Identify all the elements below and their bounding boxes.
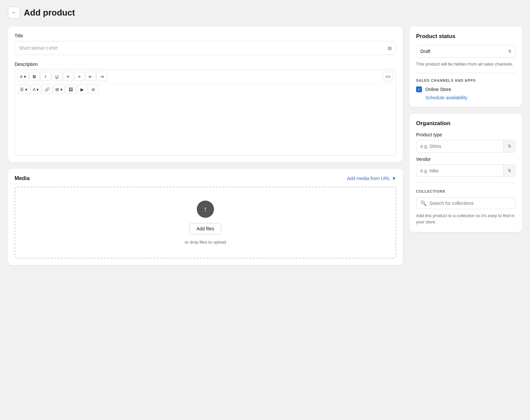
content-layout: Title Short sleeve t-shirt ▦ Description…	[8, 26, 522, 265]
editor-body[interactable]	[15, 96, 396, 156]
bold-button[interactable]: B	[29, 72, 40, 81]
page-header: ← Add product	[8, 7, 522, 19]
toolbar-row-1: A ▾ B I U ≡ ≡ ⇤ ⇥ <>	[18, 72, 393, 81]
indent-out-button[interactable]: ⇤	[85, 72, 96, 81]
title-label: Title	[15, 33, 396, 38]
media-title: Media	[15, 175, 29, 181]
search-icon: 🔍	[420, 200, 427, 206]
italic-button[interactable]: I	[40, 72, 51, 81]
clear-button[interactable]: ⊘	[88, 85, 99, 94]
link-button[interactable]: 🔗	[42, 85, 52, 94]
video-button[interactable]: ▶	[77, 85, 87, 94]
online-store-row: ✓ Online Store	[416, 86, 515, 92]
schedule-availability-link[interactable]: Schedule availability	[425, 95, 515, 100]
ordered-list-button[interactable]: ≡	[74, 72, 85, 81]
code-button[interactable]: <>	[383, 72, 393, 81]
upload-icon: ↑	[197, 201, 214, 218]
upload-zone[interactable]: ↑ Add files or drop files to upload	[15, 187, 396, 258]
media-card: Media Add media from URL ▼ ↑ Add files o…	[8, 169, 403, 265]
status-select-wrapper: Draft Active	[416, 45, 515, 58]
product-type-stepper[interactable]: ⇅	[503, 140, 515, 152]
vendor-label: Vendor	[416, 157, 515, 162]
add-media-url-label: Add media from URL	[347, 176, 390, 181]
page-title: Add product	[24, 8, 75, 18]
product-status-title: Product status	[416, 33, 515, 40]
status-description: This product will be hidden from all sal…	[416, 61, 515, 68]
product-type-input-wrapper: ⇅	[416, 140, 515, 153]
add-files-button[interactable]: Add files	[189, 223, 221, 234]
text-color-button[interactable]: A ▾	[30, 85, 41, 94]
editor-toolbar: A ▾ B I U ≡ ≡ ⇤ ⇥ <> ☰ ▾	[15, 70, 396, 96]
collections-hint: Add this product to a collection so it's…	[416, 212, 515, 225]
underline-button[interactable]: U	[52, 72, 62, 81]
product-type-label: Product type	[416, 132, 515, 137]
table-button[interactable]: ⊞ ▾	[53, 85, 65, 94]
organization-card: Organization Product type ⇅ Vendor ⇅ COL…	[409, 114, 522, 232]
back-button[interactable]: ←	[8, 7, 20, 19]
product-status-card: Product status Draft Active This product…	[409, 26, 522, 107]
collections-search-box[interactable]: 🔍	[416, 197, 515, 209]
media-header: Media Add media from URL ▼	[15, 175, 396, 181]
collections-search-input[interactable]	[429, 201, 511, 206]
right-column: Product status Draft Active This product…	[409, 26, 522, 232]
upload-hint: or drop files to upload	[185, 240, 226, 245]
description-section: Description A ▾ B I U ≡ ≡ ⇤ ⇥ <>	[15, 62, 396, 156]
divider-2	[416, 182, 515, 183]
description-label: Description	[15, 62, 396, 67]
collections-subtitle: COLLECTIONS	[416, 189, 515, 193]
collections-section: COLLECTIONS 🔍 Add this product to a coll…	[416, 189, 515, 225]
divider-1	[416, 73, 515, 73]
image-button[interactable]: 🖼	[66, 85, 76, 94]
title-input-wrapper[interactable]: Short sleeve t-shirt ▦	[15, 41, 396, 55]
title-icon: ▦	[388, 45, 392, 51]
vendor-input-wrapper: ⇅	[416, 164, 515, 177]
toolbar-row-2: ☰ ▾ A ▾ 🔗 ⊞ ▾ 🖼 ▶ ⊘	[18, 83, 393, 94]
sales-channels-subtitle: SALES CHANNELS AND APPS	[416, 78, 515, 82]
online-store-label: Online Store	[425, 87, 451, 92]
product-type-input[interactable]	[416, 140, 503, 152]
title-description-card: Title Short sleeve t-shirt ▦ Description…	[8, 26, 403, 162]
add-media-url-button[interactable]: Add media from URL ▼	[347, 176, 396, 181]
vendor-input[interactable]	[416, 165, 503, 177]
status-select[interactable]: Draft Active	[416, 45, 515, 58]
left-column: Title Short sleeve t-shirt ▦ Description…	[8, 26, 403, 265]
align-button[interactable]: ☰ ▾	[18, 85, 30, 94]
vendor-stepper[interactable]: ⇅	[503, 165, 515, 177]
indent-in-button[interactable]: ⇥	[97, 72, 107, 81]
add-media-url-icon: ▼	[392, 176, 396, 181]
bullet-list-button[interactable]: ≡	[63, 72, 74, 81]
font-button[interactable]: A ▾	[18, 72, 28, 81]
online-store-checkbox[interactable]: ✓	[416, 86, 422, 92]
title-placeholder: Short sleeve t-shirt	[19, 45, 58, 51]
organization-title: Organization	[416, 120, 515, 127]
